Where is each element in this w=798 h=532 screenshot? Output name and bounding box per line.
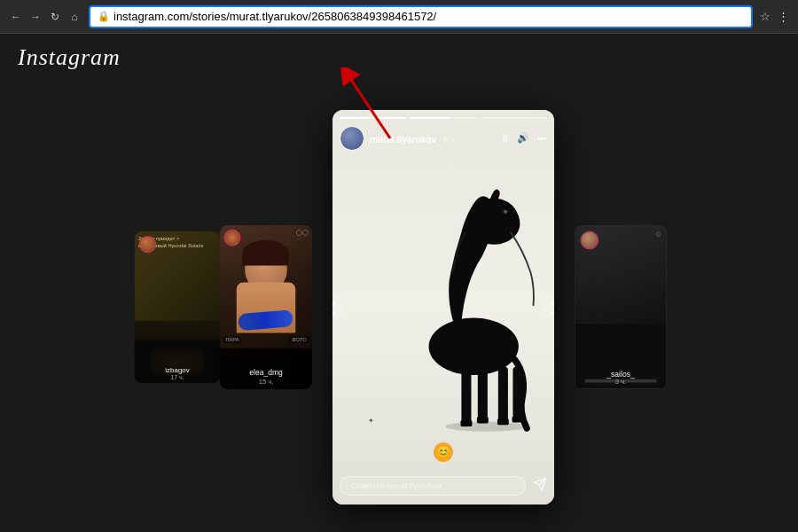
story-card-elea[interactable]: ◯◯ elea_dmg 15 ч. ПАРА ФОТО [220, 224, 313, 388]
elea-time: 15 ч. [259, 378, 274, 386]
mute-button[interactable]: 🔊 [517, 132, 529, 144]
svg-point-2 [429, 317, 519, 374]
svg-point-3 [509, 225, 517, 231]
forward-button[interactable]: → [28, 10, 43, 24]
elea-username: elea_dmg [249, 368, 283, 377]
stories-area: 2мин и приедет > коричневый Hyundai Sola… [0, 82, 798, 532]
bookmark-icon[interactable]: ☆ [760, 10, 771, 23]
svg-rect-7 [478, 366, 488, 419]
story-time-main: 6 ч. [443, 136, 457, 145]
send-button[interactable] [533, 477, 547, 494]
emoji-button[interactable]: 😊 [434, 442, 453, 462]
story-footer: 😊 Ответьте murat.tlyarukov... [340, 476, 547, 496]
story-progress-bars [340, 117, 547, 119]
svg-point-14 [445, 421, 527, 431]
progress-bar-1 [340, 117, 407, 119]
instagram-header: Instagram [0, 34, 798, 82]
sailos-settings-icon: ⚙ [655, 231, 661, 239]
progress-bar-2 [410, 117, 477, 119]
menu-icon[interactable]: ⋮ [778, 10, 789, 23]
browser-extra-controls: ☆ ⋮ [760, 10, 789, 23]
reply-input[interactable]: Ответьте murat.tlyarukov... [340, 476, 526, 496]
story-user-info: murat.tlyarukov 6 ч. [370, 130, 500, 146]
sailos-username: _sailos_ [575, 370, 667, 379]
browser-nav-buttons: ← → ↻ ⌂ [9, 10, 82, 24]
izbagov-username: izbagov [135, 365, 221, 373]
home-button[interactable]: ⌂ [67, 10, 82, 24]
lock-icon: 🔒 [98, 11, 110, 22]
elea-photo: ◯◯ [220, 224, 313, 348]
main-story-viewer[interactable]: ✦ murat.tlyarukov 6 ч. ⏸ 🔊 [332, 110, 554, 505]
story-username-main: murat.tlyarukov [370, 135, 436, 145]
story-controls: ⏸ 🔊 ••• [500, 132, 547, 144]
horse-svg [377, 159, 554, 469]
story-card-izbagov[interactable]: 2мин и приедет > коричневый Hyundai Sola… [135, 231, 221, 383]
izbagov-time: 17 ч. [135, 373, 221, 380]
story-reply-row: Ответьте murat.tlyarukov... [340, 476, 547, 496]
back-button[interactable]: ← [9, 10, 23, 24]
story-card-sailos[interactable]: ⚙ _sailos_ 3 ч. [575, 224, 668, 388]
story-header: murat.tlyarukov 6 ч. ⏸ 🔊 ••• [340, 126, 547, 151]
instagram-page: Instagram 2мин и приедет > коричневый Hy… [0, 34, 798, 532]
svg-rect-8 [498, 366, 508, 422]
pause-button[interactable]: ⏸ [500, 133, 510, 144]
address-bar[interactable]: 🔒 instagram.com/stories/murat.tlyarukov/… [89, 5, 753, 28]
instagram-logo: Instagram [18, 44, 780, 71]
more-button[interactable]: ••• [536, 133, 547, 144]
progress-bar-3 [480, 117, 547, 119]
svg-rect-6 [461, 366, 471, 423]
refresh-button[interactable]: ↻ [48, 10, 62, 24]
drone-element: ✦ [368, 417, 374, 425]
svg-point-5 [504, 210, 507, 214]
browser-toolbar: ← → ↻ ⌂ 🔒 instagram.com/stories/murat.tl… [0, 0, 798, 34]
sailos-time: 3 ч. [575, 378, 667, 386]
story-user-avatar [340, 126, 364, 151]
url-text: instagram.com/stories/murat.tlyarukov/26… [113, 10, 744, 23]
